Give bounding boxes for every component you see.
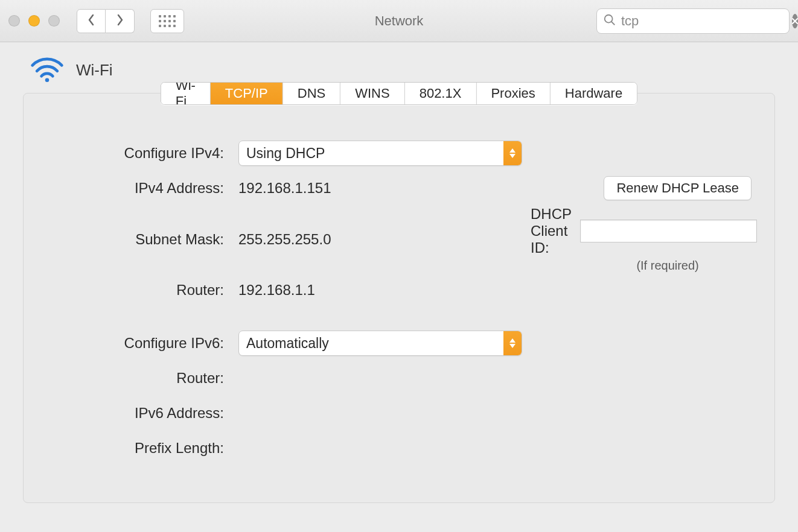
body: Wi-Fi Wi-Fi TCP/IP DNS WINS 802.1X Proxi… — [0, 42, 798, 532]
router-v4-label: Router: — [42, 282, 229, 299]
dhcp-client-id-label: DHCP Client ID: — [531, 206, 573, 256]
tab-proxies[interactable]: Proxies — [476, 83, 550, 104]
renew-dhcp-lease-button[interactable]: Renew DHCP Lease — [604, 176, 752, 200]
back-button[interactable] — [77, 9, 106, 33]
svg-point-4 — [45, 78, 49, 82]
tab-wins[interactable]: WINS — [340, 83, 404, 104]
close-icon — [792, 16, 798, 25]
interface-header: Wi-Fi — [29, 54, 780, 86]
ipv4-address-label: IPv4 Address: — [42, 180, 229, 197]
dhcp-client-id-hint: (If required) — [579, 259, 757, 273]
router-v4-value: 192.168.1.1 — [235, 282, 525, 299]
updown-arrows-icon — [503, 141, 522, 165]
search-field-wrap[interactable] — [596, 8, 790, 34]
window-controls — [8, 15, 60, 27]
configure-ipv6-label: Configure IPv6: — [42, 335, 229, 352]
configure-ipv4-value: Using DHCP — [239, 145, 503, 162]
nav-group — [77, 9, 135, 33]
network-preferences-window: Network Wi-Fi — [0, 0, 798, 532]
minimize-window-button[interactable] — [28, 15, 40, 27]
tabs: Wi-Fi TCP/IP DNS WINS 802.1X Proxies Har… — [161, 82, 637, 105]
clear-search-button[interactable] — [792, 14, 798, 28]
configure-ipv6-select[interactable]: Automatically — [238, 331, 522, 356]
search-icon — [603, 13, 616, 29]
configure-ipv4-select[interactable]: Using DHCP — [238, 141, 522, 166]
settings-panel: Wi-Fi TCP/IP DNS WINS 802.1X Proxies Har… — [23, 93, 775, 503]
zoom-window-button[interactable] — [48, 15, 60, 27]
svg-marker-6 — [509, 154, 516, 158]
close-window-button[interactable] — [8, 15, 20, 27]
ipv6-address-label: IPv6 Address: — [42, 405, 229, 422]
tab-hardware[interactable]: Hardware — [551, 83, 637, 104]
configure-ipv6-value: Automatically — [239, 335, 503, 352]
interface-name: Wi-Fi — [76, 61, 113, 80]
tab-tcpip[interactable]: TCP/IP — [211, 83, 283, 104]
chevron-left-icon — [87, 14, 95, 28]
ipv4-address-value: 192.168.1.151 — [235, 180, 525, 197]
grid-icon — [159, 15, 176, 27]
svg-line-1 — [611, 21, 615, 25]
tab-dns[interactable]: DNS — [283, 83, 340, 104]
chevron-right-icon — [116, 14, 124, 28]
svg-marker-5 — [509, 148, 516, 153]
dhcp-client-id-input[interactable] — [580, 220, 757, 242]
forward-button[interactable] — [106, 9, 135, 33]
configure-ipv4-label: Configure IPv4: — [42, 145, 229, 162]
subnet-mask-value: 255.255.255.0 — [235, 231, 525, 248]
svg-marker-8 — [509, 344, 516, 348]
tab-8021x[interactable]: 802.1X — [405, 83, 477, 104]
show-all-button[interactable] — [150, 9, 184, 33]
tcpip-form: Configure IPv4: Using DHCP IPv4 Ad — [24, 130, 774, 472]
renew-dhcp-lease-label: Renew DHCP Lease — [616, 180, 739, 196]
subnet-mask-label: Subnet Mask: — [42, 231, 229, 248]
svg-point-0 — [605, 14, 613, 22]
svg-marker-7 — [509, 338, 516, 343]
search-input[interactable] — [616, 13, 792, 29]
router-v6-label: Router: — [42, 370, 229, 387]
updown-arrows-icon — [503, 331, 522, 355]
prefix-length-label: Prefix Length: — [42, 440, 229, 457]
titlebar: Network — [0, 0, 798, 42]
tab-wifi[interactable]: Wi-Fi — [161, 83, 211, 104]
wifi-icon — [29, 54, 65, 86]
